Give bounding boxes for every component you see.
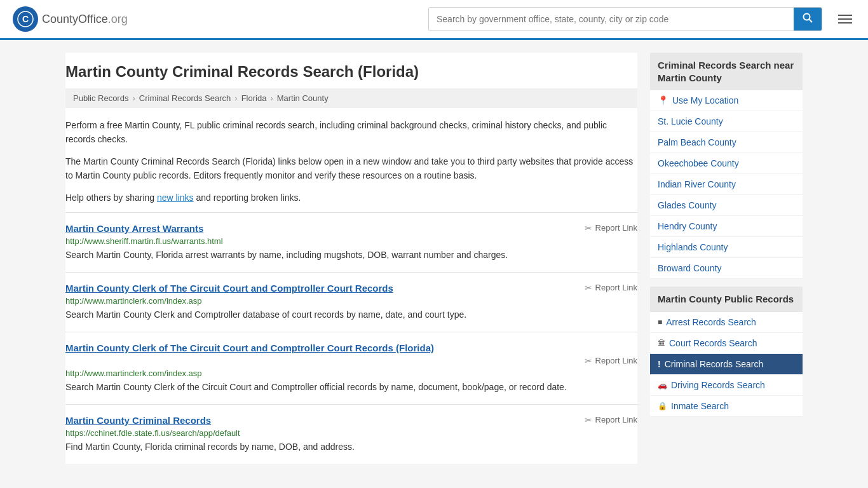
nearby-header: Criminal Records Search near Martin Coun… <box>650 53 803 90</box>
result-item: Martin County Clerk of The Circuit Court… <box>65 332 637 404</box>
result-description: Search Martin County, Florida arrest war… <box>65 248 637 262</box>
sidebar-item-indian-river[interactable]: Indian River County <box>650 174 803 195</box>
report-icon: ✂ <box>585 415 592 425</box>
sidebar-item-okeechobee[interactable]: Okeechobee County <box>650 153 803 174</box>
criminal-icon: ! <box>658 359 661 369</box>
inmate-icon: 🔒 <box>658 402 667 410</box>
result-url[interactable]: http://www.martinclerk.com/index.asp <box>65 296 637 306</box>
sidebar-item-st-lucie[interactable]: St. Lucie County <box>650 111 803 132</box>
site-logo[interactable]: C CountyOffice.org <box>13 6 128 32</box>
report-link-button[interactable]: ✂ Report Link <box>585 356 637 366</box>
sidebar: Criminal Records Search near Martin Coun… <box>650 53 803 464</box>
logo-icon: C <box>13 6 38 32</box>
result-title[interactable]: Martin County Clerk of The Circuit Court… <box>65 283 393 294</box>
site-header: C CountyOffice.org <box>0 0 868 40</box>
result-item: Martin County Arrest Warrants ✂ Report L… <box>65 212 637 272</box>
breadcrumb: Public Records › Criminal Records Search… <box>65 88 637 108</box>
sidebar-item-use-location[interactable]: 📍 Use My Location <box>650 90 803 111</box>
search-button[interactable] <box>794 8 822 30</box>
sidebar-item-highlands[interactable]: Highlands County <box>650 237 803 258</box>
location-icon: 📍 <box>658 95 668 105</box>
result-url[interactable]: http://www.martinclerk.com/index.asp <box>65 369 637 378</box>
sidebar-item-driving-records[interactable]: 🚗 Driving Records Search <box>650 375 803 396</box>
public-records-header: Martin County Public Records <box>650 287 803 312</box>
result-title[interactable]: Martin County Clerk of The Circuit Court… <box>65 342 434 353</box>
description-1: Perform a free Martin County, FL public … <box>65 118 637 147</box>
result-url[interactable]: https://cchinet.fdle.state.fl.us/search/… <box>65 428 637 438</box>
description-2: The Martin County Criminal Records Searc… <box>65 154 637 183</box>
report-link-button[interactable]: ✂ Report Link <box>585 415 637 425</box>
svg-text:C: C <box>22 14 29 24</box>
breadcrumb-public-records[interactable]: Public Records <box>73 93 128 103</box>
breadcrumb-criminal-records-search[interactable]: Criminal Records Search <box>139 93 231 103</box>
page-title: Martin County Criminal Records Search (F… <box>65 53 637 88</box>
search-bar <box>428 7 822 31</box>
report-icon: ✂ <box>585 356 592 366</box>
driving-icon: 🚗 <box>658 381 667 390</box>
breadcrumb-martin-county[interactable]: Martin County <box>277 93 329 103</box>
result-item: Martin County Clerk of The Circuit Court… <box>65 272 637 332</box>
result-title[interactable]: Martin County Arrest Warrants <box>65 223 203 234</box>
result-description: Find Martin County, Florida criminal rec… <box>65 440 637 454</box>
report-icon: ✂ <box>585 283 592 293</box>
report-link-button[interactable]: ✂ Report Link <box>585 223 637 233</box>
sidebar-item-broward[interactable]: Broward County <box>650 258 803 279</box>
sidebar-item-glades[interactable]: Glades County <box>650 195 803 216</box>
court-icon: 🏛 <box>658 339 665 348</box>
sidebar-item-inmate-search[interactable]: 🔒 Inmate Search <box>650 396 803 417</box>
result-item: Martin County Criminal Records ✂ Report … <box>65 404 637 464</box>
sidebar-item-court-records[interactable]: 🏛 Court Records Search <box>650 333 803 354</box>
logo-text: CountyOffice.org <box>42 13 128 26</box>
sidebar-item-palm-beach[interactable]: Palm Beach County <box>650 132 803 153</box>
result-description: Search Martin County Clerk of the Circui… <box>65 381 637 394</box>
sidebar-item-arrest-records[interactable]: ■ Arrest Records Search <box>650 312 803 333</box>
use-my-location-link[interactable]: Use My Location <box>672 95 738 105</box>
arrest-icon: ■ <box>658 318 662 327</box>
public-records-section: Martin County Public Records ■ Arrest Re… <box>650 287 803 417</box>
new-links-link[interactable]: new links <box>157 193 194 203</box>
result-title[interactable]: Martin County Criminal Records <box>65 415 211 426</box>
svg-line-3 <box>810 20 813 23</box>
report-icon: ✂ <box>585 223 592 233</box>
report-link-button[interactable]: ✂ Report Link <box>585 283 637 293</box>
description-3: Help others by sharing new links and rep… <box>65 191 637 205</box>
results-list: Martin County Arrest Warrants ✂ Report L… <box>65 212 637 464</box>
sidebar-item-hendry[interactable]: Hendry County <box>650 216 803 237</box>
main-content: Martin County Criminal Records Search (F… <box>65 53 637 464</box>
result-description: Search Martin County Clerk and Comptroll… <box>65 308 637 322</box>
search-input[interactable] <box>429 8 794 30</box>
main-container: Martin County Criminal Records Search (F… <box>53 40 815 477</box>
sidebar-item-criminal-records[interactable]: ! Criminal Records Search <box>650 354 803 375</box>
nearby-section: Criminal Records Search near Martin Coun… <box>650 53 803 279</box>
result-url[interactable]: http://www.sheriff.martin.fl.us/warrants… <box>65 236 637 246</box>
hamburger-menu-button[interactable] <box>835 11 855 27</box>
svg-point-2 <box>804 14 810 20</box>
breadcrumb-florida[interactable]: Florida <box>241 93 267 103</box>
